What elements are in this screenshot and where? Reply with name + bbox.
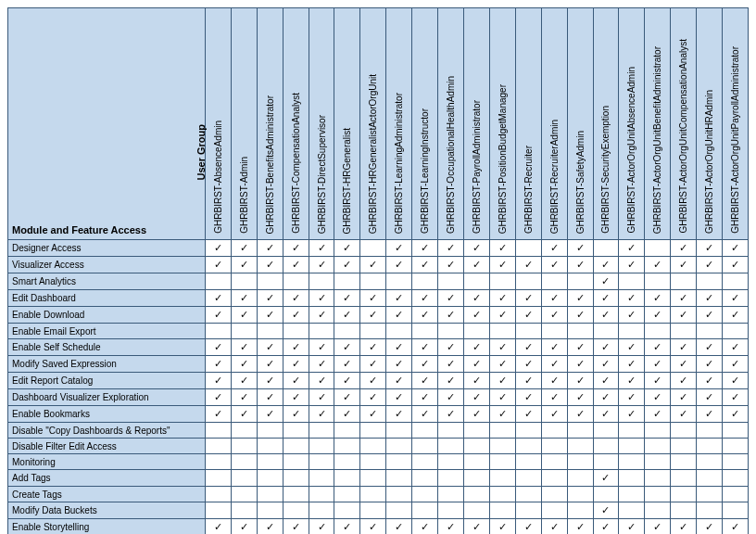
empty-cell bbox=[541, 502, 567, 519]
check-cell: ✓ bbox=[489, 389, 515, 406]
check-cell: ✓ bbox=[309, 519, 334, 535]
column-header-label: GHRBIRST-HRGeneralistActorOrgUnit bbox=[368, 74, 378, 234]
check-cell: ✓ bbox=[671, 307, 697, 324]
check-cell: ✓ bbox=[386, 519, 412, 535]
empty-cell bbox=[515, 502, 541, 519]
empty-cell bbox=[541, 324, 567, 339]
check-cell: ✓ bbox=[309, 406, 334, 423]
column-header: GHRBIRST-SafetyAdmin bbox=[567, 8, 593, 240]
empty-cell bbox=[438, 439, 464, 454]
check-cell: ✓ bbox=[231, 373, 257, 389]
column-header-label: GHRBIRST-DirectSupervisor bbox=[317, 115, 327, 234]
empty-cell bbox=[205, 439, 231, 454]
empty-cell bbox=[697, 324, 723, 339]
empty-cell bbox=[645, 240, 671, 257]
empty-cell bbox=[541, 273, 567, 290]
check-cell: ✓ bbox=[309, 373, 334, 389]
column-header: GHRBIRST-OccupationalHealthAdmin bbox=[438, 8, 464, 240]
check-cell: ✓ bbox=[438, 240, 464, 257]
module-feature-label: Module and Feature Access bbox=[12, 224, 146, 235]
row-label: Enable Email Export bbox=[8, 324, 206, 339]
check-cell: ✓ bbox=[723, 240, 749, 257]
empty-cell bbox=[567, 273, 593, 290]
empty-cell bbox=[438, 273, 464, 290]
empty-cell bbox=[645, 454, 671, 470]
empty-cell bbox=[489, 487, 515, 502]
column-header-label: GHRBIRST-Recruiter bbox=[523, 146, 534, 234]
check-cell: ✓ bbox=[283, 406, 309, 423]
table-row: Create Tags bbox=[8, 487, 749, 502]
check-cell: ✓ bbox=[309, 240, 334, 257]
column-header-label: GHRBIRST-LearningInstructor bbox=[420, 108, 430, 234]
check-cell: ✓ bbox=[541, 257, 567, 273]
check-cell: ✓ bbox=[619, 389, 645, 406]
check-cell: ✓ bbox=[231, 519, 257, 535]
check-cell: ✓ bbox=[541, 373, 567, 389]
check-cell: ✓ bbox=[619, 356, 645, 373]
empty-cell bbox=[489, 273, 515, 290]
column-header: GHRBIRST-BenefitsAdministrator bbox=[257, 8, 283, 240]
check-cell: ✓ bbox=[723, 406, 749, 423]
check-cell: ✓ bbox=[412, 240, 438, 257]
check-cell: ✓ bbox=[463, 356, 489, 373]
empty-cell bbox=[309, 324, 334, 339]
check-cell: ✓ bbox=[489, 356, 515, 373]
column-header-label: GHRBIRST-Admin bbox=[239, 157, 249, 234]
check-cell: ✓ bbox=[671, 240, 697, 257]
check-cell: ✓ bbox=[257, 307, 283, 324]
check-cell: ✓ bbox=[283, 240, 309, 257]
check-cell: ✓ bbox=[360, 307, 386, 324]
check-cell: ✓ bbox=[541, 339, 567, 356]
table-row: Dashboard Visualizer Exploration✓✓✓✓✓✓✓✓… bbox=[8, 389, 749, 406]
empty-cell bbox=[671, 439, 697, 454]
check-cell: ✓ bbox=[257, 389, 283, 406]
column-header: GHRBIRST-PositionBudgetManager bbox=[489, 8, 515, 240]
column-header: GHRBIRST-ActorOrgUnitAbsenceAdmin bbox=[619, 8, 645, 240]
check-cell: ✓ bbox=[489, 519, 515, 535]
check-cell: ✓ bbox=[205, 519, 231, 535]
check-cell: ✓ bbox=[567, 240, 593, 257]
empty-cell bbox=[567, 454, 593, 470]
empty-cell bbox=[671, 273, 697, 290]
check-cell: ✓ bbox=[283, 339, 309, 356]
empty-cell bbox=[205, 470, 231, 487]
column-header: GHRBIRST-ActorOrgUnitHRAdmin bbox=[697, 8, 723, 240]
table-row: Smart Analytics✓ bbox=[8, 273, 749, 290]
column-header-label: GHRBIRST-SafetyAdmin bbox=[575, 131, 586, 234]
check-cell: ✓ bbox=[593, 257, 619, 273]
check-cell: ✓ bbox=[438, 406, 464, 423]
check-cell: ✓ bbox=[283, 389, 309, 406]
row-label: Modify Saved Expression bbox=[8, 356, 206, 373]
empty-cell bbox=[515, 439, 541, 454]
empty-cell bbox=[334, 324, 360, 339]
check-cell: ✓ bbox=[386, 290, 412, 307]
check-cell: ✓ bbox=[283, 356, 309, 373]
column-header-label: GHRBIRST-ActorOrgUnitAbsenceAdmin bbox=[626, 67, 636, 234]
empty-cell bbox=[360, 502, 386, 519]
check-cell: ✓ bbox=[697, 290, 723, 307]
empty-cell bbox=[205, 324, 231, 339]
check-cell: ✓ bbox=[619, 257, 645, 273]
check-cell: ✓ bbox=[541, 389, 567, 406]
check-cell: ✓ bbox=[697, 339, 723, 356]
empty-cell bbox=[412, 487, 438, 502]
empty-cell bbox=[231, 502, 257, 519]
check-cell: ✓ bbox=[697, 240, 723, 257]
empty-cell bbox=[515, 324, 541, 339]
empty-cell bbox=[283, 502, 309, 519]
empty-cell bbox=[309, 423, 334, 439]
check-cell: ✓ bbox=[515, 356, 541, 373]
check-cell: ✓ bbox=[567, 257, 593, 273]
check-cell: ✓ bbox=[334, 389, 360, 406]
check-cell: ✓ bbox=[334, 356, 360, 373]
check-cell: ✓ bbox=[619, 240, 645, 257]
check-cell: ✓ bbox=[205, 290, 231, 307]
check-cell: ✓ bbox=[567, 290, 593, 307]
column-header-label: GHRBIRST-SecurityExemption bbox=[600, 106, 611, 234]
empty-cell bbox=[257, 470, 283, 487]
check-cell: ✓ bbox=[489, 373, 515, 389]
check-cell: ✓ bbox=[593, 470, 619, 487]
check-cell: ✓ bbox=[309, 290, 334, 307]
check-cell: ✓ bbox=[386, 373, 412, 389]
empty-cell bbox=[671, 470, 697, 487]
